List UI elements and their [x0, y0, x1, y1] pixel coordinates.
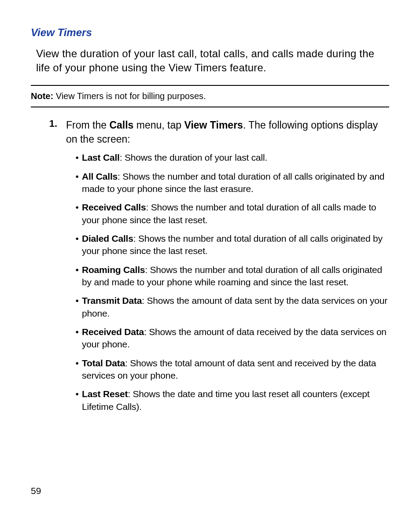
bullet-marker: •: [72, 357, 82, 382]
step-row: 1. From the Calls menu, tap View Timers.…: [44, 118, 389, 146]
step-bold1: Calls: [109, 119, 133, 131]
bullet-marker: •: [72, 388, 82, 413]
bullet-body: Received Data: Shows the amount of data …: [82, 326, 389, 351]
page-number: 59: [31, 486, 41, 496]
bullet-marker: •: [72, 151, 82, 164]
bullet-body: Dialed Calls: Shows the number and total…: [82, 232, 389, 258]
bullet-term: Received Data: [82, 327, 144, 337]
bullet-marker: •: [72, 201, 82, 226]
bullet-term: All Calls: [82, 171, 118, 181]
bullet-item: •Roaming Calls: Shows the number and tot…: [72, 264, 389, 289]
bullet-body: All Calls: Shows the number and total du…: [82, 170, 389, 195]
bullet-desc: : Shows the duration of your last call.: [120, 152, 267, 162]
bullet-marker: •: [72, 170, 82, 195]
bullet-term: Last Reset: [82, 389, 128, 399]
step-number: 1.: [44, 118, 66, 146]
bullet-item: •Received Data: Shows the amount of data…: [72, 326, 389, 351]
bullet-body: Last Call: Shows the duration of your la…: [82, 151, 389, 164]
bullet-item: •Last Reset: Shows the date and time you…: [72, 388, 389, 413]
section-heading: View Timers: [31, 26, 389, 39]
note-block: Note: View Timers is not for billing pur…: [31, 85, 389, 107]
bullet-body: Total Data: Shows the total amount of da…: [82, 357, 389, 382]
note-text: View Timers is not for billing purposes.: [53, 91, 206, 101]
bullet-item: •Dialed Calls: Shows the number and tota…: [72, 232, 389, 258]
bullet-body: Transmit Data: Shows the amount of data …: [82, 295, 389, 320]
bullet-term: Transmit Data: [82, 295, 142, 306]
bullet-item: •Transmit Data: Shows the amount of data…: [72, 295, 389, 320]
step-body: From the Calls menu, tap View Timers. Th…: [66, 118, 389, 146]
bullet-term: Dialed Calls: [82, 233, 133, 243]
intro-paragraph: View the duration of your last call, tot…: [36, 47, 389, 75]
bullet-item: •Total Data: Shows the total amount of d…: [72, 357, 389, 382]
bullet-marker: •: [72, 264, 82, 289]
bullet-term: Total Data: [82, 358, 125, 368]
bullet-item: •Received Calls: Shows the number and to…: [72, 201, 389, 226]
bullet-list: •Last Call: Shows the duration of your l…: [72, 151, 389, 413]
bullet-marker: •: [72, 326, 82, 351]
bullet-desc: : Shows the total amount of data sent an…: [82, 358, 376, 380]
bullet-item: •All Calls: Shows the number and total d…: [72, 170, 389, 195]
bullet-item: •Last Call: Shows the duration of your l…: [72, 151, 389, 164]
bullet-body: Last Reset: Shows the date and time you …: [82, 388, 389, 413]
step-bold2: View Timers: [184, 119, 243, 131]
step-pre: From the: [66, 119, 109, 131]
bullet-marker: •: [72, 232, 82, 258]
step-mid: menu, tap: [133, 119, 184, 131]
bullet-body: Received Calls: Shows the number and tot…: [82, 201, 389, 226]
note-label: Note:: [31, 91, 53, 101]
bullet-marker: •: [72, 295, 82, 320]
bullet-body: Roaming Calls: Shows the number and tota…: [82, 264, 389, 289]
bullet-term: Roaming Calls: [82, 265, 145, 275]
bullet-term: Received Calls: [82, 202, 146, 212]
bullet-term: Last Call: [82, 152, 120, 162]
bullet-desc: : Shows the number and total duration of…: [82, 171, 384, 194]
